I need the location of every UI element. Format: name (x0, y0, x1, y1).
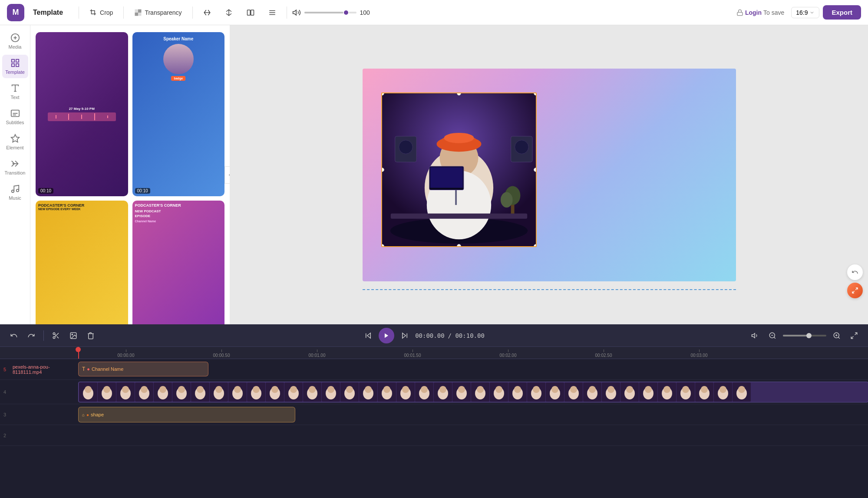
template-card[interactable]: PODCASTER'S CORNER NEW EPISODE EVERY WEE… (36, 201, 128, 324)
expand-timeline-icon (850, 332, 858, 340)
timeline-right-controls (748, 329, 861, 343)
total-time: / 00:10.00 (448, 332, 485, 339)
chevron-down-icon (809, 10, 815, 15)
template-card[interactable]: PODCASTER'S CORNER NEW PODCAST EPISODE C… (132, 201, 225, 324)
main-area: Media Template Text (0, 25, 868, 324)
svg-point-24 (16, 189, 19, 192)
login-suffix: To save (763, 9, 784, 16)
track-content-4[interactable] (78, 380, 868, 404)
zoom-out-button[interactable] (766, 329, 779, 343)
svg-point-122 (402, 386, 409, 393)
handle-middle-left[interactable] (381, 168, 384, 172)
video-element[interactable] (381, 92, 537, 247)
flip-vertical-button[interactable] (220, 6, 238, 19)
track-filename: pexels-anna-pou-8118111.mp4 (13, 364, 75, 375)
export-button[interactable]: Export (823, 5, 861, 20)
volume-tl-icon (751, 332, 759, 340)
svg-line-64 (838, 337, 840, 338)
skip-back-button[interactable] (361, 329, 375, 343)
time-badge: 00:10 (38, 188, 53, 194)
play-button[interactable] (379, 328, 394, 343)
track-number: 5 (3, 367, 10, 372)
crop-button[interactable]: Crop (84, 6, 118, 19)
handle-top-right[interactable] (534, 92, 537, 96)
svg-marker-54 (367, 333, 371, 338)
svg-point-86 (178, 386, 185, 393)
track-content-5[interactable]: T ● Channel Name (78, 359, 868, 379)
sidebar-item-label: Subtitles (6, 120, 24, 125)
track-content-3[interactable]: ⌂ ● shape (78, 404, 868, 425)
zoom-in-button[interactable] (830, 329, 844, 343)
crop-icon (89, 9, 97, 16)
flip-horizontal-button[interactable] (198, 6, 216, 19)
svg-point-119 (383, 386, 390, 393)
svg-rect-41 (430, 167, 462, 188)
top-toolbar: M Template Crop Transparency (0, 0, 868, 25)
svg-marker-57 (403, 333, 406, 338)
ruler-mark: 00:01.00 (269, 350, 365, 358)
aspect-ratio-selector[interactable]: 16:9 (791, 7, 819, 18)
divider-3 (192, 7, 193, 19)
zoom-mini-button[interactable] (847, 283, 863, 298)
panel-collapse-button[interactable] (224, 166, 230, 184)
svg-rect-1 (138, 9, 142, 13)
flip-h-icon (203, 9, 211, 16)
handle-top-center[interactable] (457, 92, 461, 96)
svg-rect-5 (251, 10, 254, 15)
sidebar-item-media[interactable]: Media (2, 30, 28, 53)
svg-rect-0 (135, 9, 139, 13)
video-clip[interactable] (78, 382, 868, 402)
sidebar-item-label: Music (9, 195, 21, 201)
undo-mini-button[interactable] (847, 264, 863, 280)
zoom-slider[interactable] (783, 335, 826, 336)
sidebar-item-element[interactable]: Element (2, 130, 28, 154)
svg-point-48 (53, 336, 55, 339)
svg-point-104 (290, 386, 297, 393)
sidebar-item-text[interactable]: Text (2, 80, 28, 103)
split-button[interactable] (241, 6, 260, 19)
fullscreen-button[interactable] (847, 329, 861, 343)
add-image-button[interactable] (66, 329, 80, 343)
sidebar-item-template[interactable]: Template (2, 55, 28, 78)
ruler-mark: 00:02.00 (460, 350, 556, 358)
skip-forward-button[interactable] (398, 329, 412, 343)
redo-button[interactable] (24, 329, 38, 343)
align-button[interactable] (263, 6, 281, 19)
svg-point-95 (234, 386, 241, 393)
svg-rect-37 (390, 213, 527, 218)
zoom-in-icon (833, 332, 841, 340)
login-link[interactable]: Login (745, 9, 762, 16)
handle-top-left[interactable] (381, 92, 384, 96)
sidebar-item-label: Element (6, 145, 23, 150)
svg-point-53 (72, 334, 73, 335)
volume-tl-button[interactable] (748, 329, 762, 343)
track-row: 2 (0, 425, 868, 446)
template-icon (10, 58, 20, 68)
svg-point-74 (103, 386, 110, 393)
handle-bottom-center[interactable] (457, 244, 461, 247)
template-card[interactable]: 27 May 9-10 PM 00:10 (36, 32, 128, 196)
track-content-2[interactable] (78, 425, 868, 445)
clip[interactable]: T ● Channel Name (78, 362, 208, 376)
timeline-playhead[interactable] (78, 347, 79, 359)
handle-bottom-left[interactable] (381, 244, 384, 247)
track-number: 4 (3, 389, 10, 395)
skip-forward-icon (401, 332, 409, 340)
svg-point-173 (719, 386, 726, 393)
transparency-button[interactable]: Transparency (129, 6, 187, 19)
cut-button[interactable] (49, 329, 63, 343)
handle-bottom-right[interactable] (534, 244, 537, 247)
svg-point-128 (439, 386, 446, 393)
sidebar-item-music[interactable]: Music (2, 181, 28, 204)
undo-button[interactable] (7, 329, 21, 343)
sidebar-item-transition[interactable]: Transition (2, 155, 28, 179)
shape-clip[interactable]: ⌂ ● shape (78, 407, 295, 422)
redo-icon (27, 332, 35, 340)
trash-icon (87, 332, 95, 340)
handle-middle-right[interactable] (534, 168, 537, 172)
volume-slider[interactable] (304, 12, 356, 13)
text-icon (10, 83, 20, 93)
delete-button[interactable] (84, 329, 98, 343)
sidebar-item-subtitles[interactable]: Subtitles (2, 105, 28, 129)
template-card[interactable]: Speaker Name badge 00:10 (132, 32, 225, 196)
